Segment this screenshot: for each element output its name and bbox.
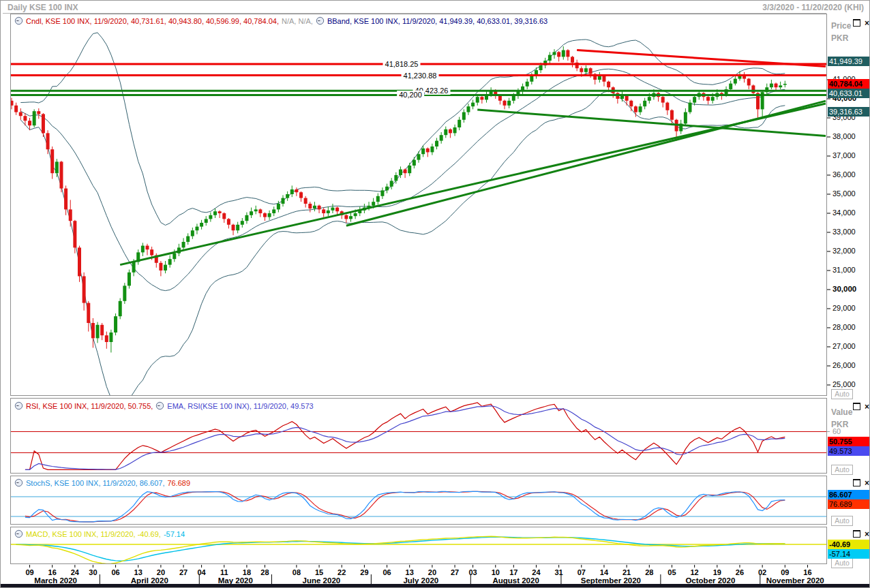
legend-text: Cndl, KSE 100 INX, 11/9/2020, 40,731.61,… bbox=[26, 17, 279, 25]
value-box: 76.689 bbox=[828, 499, 870, 509]
value-box: 40,784.04 bbox=[828, 79, 870, 89]
legend-text: MACD, KSE 100 INX, 11/9/2020, -40.69, bbox=[26, 530, 161, 538]
legend-toggle-icon[interactable] bbox=[14, 478, 23, 487]
price-axis-currency: PKR bbox=[831, 33, 848, 43]
legend-text: StochS, KSE 100 INX, 11/9/2020, 86.607, bbox=[26, 479, 164, 487]
price-tick-label: 30,000 bbox=[832, 285, 856, 293]
window-title: Daily KSE 100 INX bbox=[7, 3, 78, 12]
x-axis-day-label: 08 bbox=[288, 568, 305, 576]
price-tick-label: 38,000 bbox=[832, 132, 856, 140]
x-axis-day-label: 24 bbox=[527, 568, 545, 576]
restore-icon[interactable] bbox=[853, 19, 860, 27]
legend-toggle-icon[interactable] bbox=[14, 529, 23, 538]
close-icon[interactable]: × bbox=[865, 20, 869, 27]
legend-text: N/A, N/A, bbox=[282, 17, 313, 25]
close-icon[interactable]: × bbox=[865, 403, 869, 410]
auto-scale-button[interactable]: Auto bbox=[831, 465, 853, 475]
auto-scale-button[interactable]: Auto bbox=[831, 516, 853, 526]
x-axis-day-label: 26 bbox=[731, 568, 749, 576]
x-axis-day-label: 09 bbox=[776, 568, 794, 576]
x-axis-day-label: 29 bbox=[355, 568, 373, 576]
x-axis-day-label: 21 bbox=[618, 568, 635, 576]
price-tick-label: 27,000 bbox=[832, 342, 856, 350]
price-tick-label: 32,000 bbox=[832, 247, 856, 255]
legend-text: RSI, KSE 100 INX, 11/9/2020, 50.755, bbox=[26, 402, 153, 410]
price-tick-label: 33,000 bbox=[832, 228, 856, 236]
x-axis-day-label: 05 bbox=[663, 568, 680, 576]
value-box: 39,316.63 bbox=[828, 107, 870, 117]
x-axis-day-label: 12 bbox=[686, 568, 704, 576]
price-tick-label: 25,000 bbox=[832, 380, 856, 388]
x-axis-day-label: 16 bbox=[44, 568, 61, 576]
value-box: -40.69 bbox=[828, 540, 870, 549]
x-axis-day-label: 07 bbox=[573, 568, 590, 576]
price-tick-label: 28,000 bbox=[832, 323, 856, 331]
x-axis-day-label: 22 bbox=[333, 568, 350, 576]
close-icon[interactable]: × bbox=[865, 480, 869, 486]
auto-scale-button[interactable]: Auto bbox=[831, 558, 853, 568]
price-tick-label: 34,000 bbox=[832, 208, 856, 217]
legend-toggle-icon[interactable] bbox=[316, 16, 325, 25]
x-axis-day-label: 27 bbox=[175, 568, 192, 576]
x-axis-day-label: 11 bbox=[215, 568, 233, 576]
x-axis-day-label: 03 bbox=[464, 568, 482, 576]
x-axis-day-label: 09 bbox=[21, 568, 39, 576]
date-range: 3/3/2020 - 11/20/2020 (KHI) bbox=[762, 3, 864, 12]
legend-text: 76.689 bbox=[167, 479, 190, 487]
x-axis-day-label: 04 bbox=[193, 568, 211, 576]
panel-window-controls: × bbox=[853, 530, 869, 538]
legend-text: EMA, RSI(KSE 100 INX), 11/9/2020, 49.573 bbox=[167, 402, 313, 410]
value-box: 41,949.39 bbox=[828, 57, 870, 66]
legend-row: RSI, KSE 100 INX, 11/9/2020, 50.755,EMA,… bbox=[14, 401, 314, 410]
legend-row: MACD, KSE 100 INX, 11/9/2020, -40.69,-57… bbox=[14, 529, 185, 538]
price-tick-label: 26,000 bbox=[832, 361, 856, 369]
x-axis-day-label: 06 bbox=[107, 568, 125, 576]
x-axis-day-label: 28 bbox=[256, 568, 273, 576]
bottom-window-bar bbox=[1, 584, 870, 588]
legend-toggle-icon[interactable] bbox=[14, 16, 23, 25]
x-axis-day-label: 20 bbox=[423, 568, 441, 576]
x-axis-day-label: 16 bbox=[798, 568, 816, 576]
panel-window-controls: × bbox=[853, 19, 869, 27]
legend-toggle-icon[interactable] bbox=[14, 401, 23, 410]
rsi-axis-title: Value bbox=[831, 407, 852, 417]
close-icon[interactable]: × bbox=[865, 531, 869, 538]
value-box: 86.607 bbox=[828, 490, 870, 499]
restore-icon[interactable] bbox=[853, 403, 860, 410]
panel-window-controls: × bbox=[853, 403, 869, 410]
x-axis-day-label: 19 bbox=[708, 568, 726, 576]
chart-window: Daily KSE 100 INX 3/3/2020 - 11/20/2020 … bbox=[0, 0, 870, 588]
x-axis-day-label: 31 bbox=[550, 568, 568, 576]
x-axis-day-label: 17 bbox=[505, 568, 522, 576]
price-tick-label: 31,000 bbox=[832, 266, 856, 274]
x-axis-day-label: 02 bbox=[753, 568, 771, 576]
price-tick-label: 29,000 bbox=[832, 304, 856, 312]
price-axis-title: Price bbox=[831, 21, 851, 31]
x-axis-day-label: 10 bbox=[487, 568, 505, 576]
x-axis-day-label: 06 bbox=[378, 568, 396, 576]
x-axis-day-label: 13 bbox=[401, 568, 419, 576]
restore-icon[interactable] bbox=[853, 479, 860, 486]
price-tick-label: 36,000 bbox=[832, 170, 856, 179]
legend-toggle-icon[interactable] bbox=[155, 401, 164, 410]
panel-window-controls: × bbox=[853, 479, 869, 486]
x-axis-day-label: 24 bbox=[66, 568, 84, 576]
value-box: 49.573 bbox=[828, 446, 870, 456]
x-axis-day-label: 14 bbox=[595, 568, 613, 576]
legend-text: -57.14 bbox=[164, 530, 185, 538]
rsi-tick-60: 60 bbox=[832, 427, 841, 435]
price-tick-label: 35,000 bbox=[832, 189, 856, 198]
x-axis-day-label: 20 bbox=[152, 568, 170, 576]
auto-scale-button[interactable]: Auto bbox=[831, 389, 853, 399]
x-axis-day-label: 18 bbox=[238, 568, 256, 576]
value-box: 40,633.01 bbox=[828, 89, 870, 98]
legend-row: StochS, KSE 100 INX, 11/9/2020, 86.607,7… bbox=[14, 478, 190, 487]
price-tick-label: 37,000 bbox=[832, 151, 856, 159]
restore-icon[interactable] bbox=[853, 530, 860, 538]
level-label: 40,200 bbox=[397, 91, 424, 99]
legend-row: Cndl, KSE 100 INX, 11/9/2020, 40,731.61,… bbox=[14, 16, 548, 25]
value-box: -57.14 bbox=[828, 549, 870, 559]
x-axis-day-label: 27 bbox=[446, 568, 464, 576]
legend-text: BBand, KSE 100 INX, 11/9/2020, 41,949.39… bbox=[327, 17, 548, 25]
x-axis-day-label: 28 bbox=[640, 568, 658, 576]
